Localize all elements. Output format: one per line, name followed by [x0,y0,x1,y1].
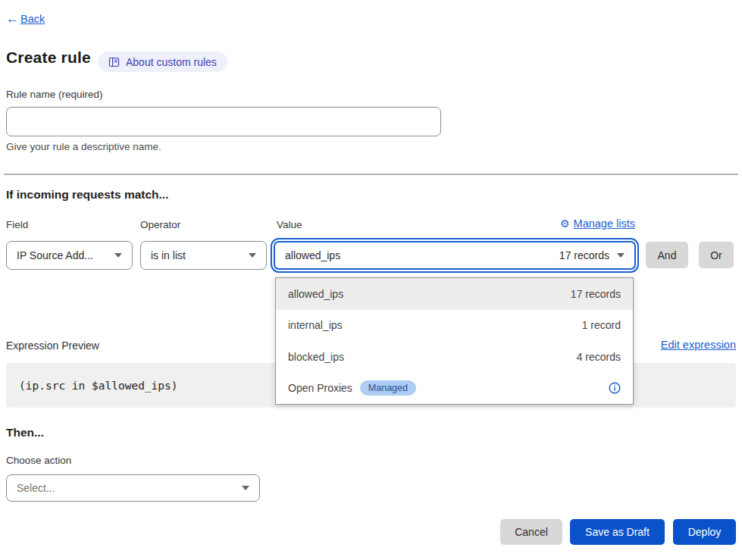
operator-label: Operator [140,219,180,230]
deploy-button[interactable]: Deploy [673,519,736,545]
back-link[interactable]: Back [20,13,45,25]
operator-select[interactable]: is in list [140,241,267,270]
save-as-draft-button[interactable]: Save as Draft [570,519,665,545]
manage-lists-link[interactable]: ⚙ Manage lists [551,217,635,230]
list-item-meta: 4 records [577,351,621,363]
chevron-down-icon [249,253,256,258]
or-button[interactable]: Or [699,242,734,268]
book-icon [108,57,120,67]
choose-action-label: Choose action [6,455,71,466]
page-title: Create rule [6,48,91,67]
list-item-name: Open Proxies [288,382,352,394]
chevron-down-icon [617,253,625,258]
field-label: Field [6,219,28,230]
list-item-allowed-ips[interactable]: allowed_ips 17 records [276,278,633,310]
back-arrow-icon: ← [6,12,19,25]
and-button[interactable]: And [646,242,688,268]
field-select-value: IP Source Add... [17,249,93,261]
value-select-value: allowed_ips [285,249,340,261]
operator-select-value: is in list [151,249,186,261]
list-item-meta: 1 record [582,319,621,331]
rule-name-input[interactable] [6,107,441,136]
gear-icon: ⚙ [560,218,570,229]
edit-expression-link[interactable]: Edit expression [640,339,736,351]
about-badge-label: About custom rules [126,56,217,68]
action-select-placeholder: Select... [17,482,55,494]
section-divider [4,174,738,175]
about-custom-rules-badge[interactable]: About custom rules [98,52,227,72]
expression-code: (ip.src in $allowed_ips) [19,380,178,392]
value-dropdown-menu: allowed_ips 17 records internal_ips 1 re… [275,277,634,405]
list-item-name: blocked_ips [288,351,344,363]
action-select[interactable]: Select... [6,474,260,502]
match-section-heading: If incoming requests match... [6,188,168,202]
list-item-meta: 17 records [571,288,621,300]
then-section-heading: Then... [6,426,44,440]
breadcrumb: ← Back [6,12,45,25]
info-icon[interactable] [609,382,621,394]
list-item-name: allowed_ips [288,288,343,300]
managed-badge: Managed [360,380,416,396]
field-select[interactable]: IP Source Add... [6,241,133,270]
rule-name-help: Give your rule a descriptive name. [6,141,161,152]
chevron-down-icon [114,253,122,258]
rule-name-label: Rule name (required) [6,89,103,100]
value-label: Value [277,219,302,230]
list-item-blocked-ips[interactable]: blocked_ips 4 records [276,341,633,373]
list-item-open-proxies[interactable]: Open Proxies Managed [276,373,633,405]
chevron-down-icon [242,486,249,490]
list-item-name: internal_ips [288,319,343,331]
value-select-records: 17 records [559,249,609,261]
list-item-internal-ips[interactable]: internal_ips 1 record [276,310,633,342]
expression-preview-label: Expression Preview [6,339,99,352]
cancel-button[interactable]: Cancel [500,519,562,545]
manage-lists-label: Manage lists [574,217,635,230]
value-select[interactable]: allowed_ips 17 records [274,241,636,270]
